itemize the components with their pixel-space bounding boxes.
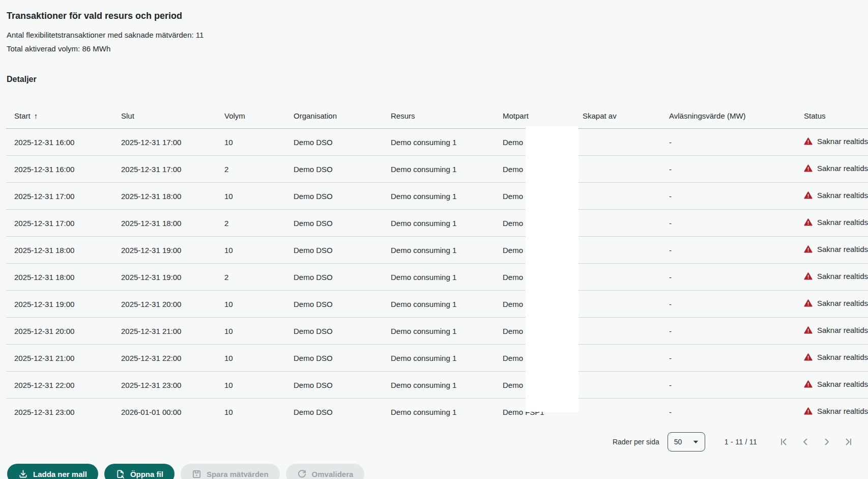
cell-slut: 2025-12-31 22:00 [113, 345, 216, 372]
cell-skapat-av [574, 156, 661, 183]
refresh-icon [297, 469, 307, 479]
cell-organisation: Demo DSO [285, 345, 383, 372]
column-header-label: Skapat av [583, 111, 617, 120]
cell-status: Saknar realtidsvärde [796, 372, 868, 399]
cell-start: 2025-12-31 18:00 [6, 237, 113, 264]
cell-slut: 2025-12-31 17:00 [113, 129, 216, 156]
pagination-bar: Rader per sida 50 1 - 11 / 11 [0, 432, 868, 452]
cell-volym: 10 [216, 291, 285, 318]
column-header-status[interactable]: Status [796, 84, 868, 129]
column-header-volym[interactable]: Volym [216, 84, 285, 129]
status-text: Saknar realtidsvärde [817, 380, 868, 388]
previous-page-button[interactable] [801, 437, 810, 446]
save-values-button[interactable]: Spara mätvärden [181, 464, 280, 479]
cell-organisation: Demo DSO [285, 183, 383, 210]
column-header-organisation[interactable]: Organisation [285, 84, 383, 129]
table-row: 2025-12-31 18:00 2025-12-31 19:00 2 Demo… [6, 264, 868, 291]
cell-avlasningsvarde: - [661, 318, 796, 345]
column-header-label: Slut [121, 111, 134, 120]
revalidate-label: Omvalidera [312, 470, 354, 478]
status-text: Saknar realtidsvärde [817, 164, 868, 173]
cell-resurs: Demo consuming 1 [383, 210, 495, 237]
cell-volym: 10 [216, 399, 285, 426]
column-header-label: Status [804, 111, 826, 120]
cell-organisation: Demo DSO [285, 291, 383, 318]
column-header-label: Resurs [391, 111, 415, 120]
previous-page-icon [801, 437, 810, 446]
chevron-down-icon [693, 440, 699, 444]
column-header-avlasningsvarde[interactable]: Avläsningsvärde (MW) [661, 84, 796, 129]
cell-volym: 10 [216, 183, 285, 210]
page-range-label: 1 - 11 / 11 [725, 438, 757, 446]
table-row: 2025-12-31 17:00 2025-12-31 18:00 2 Demo… [6, 210, 868, 237]
cell-avlasningsvarde: - [661, 399, 796, 426]
cell-avlasningsvarde: - [661, 156, 796, 183]
table-row: 2025-12-31 22:00 2025-12-31 23:00 10 Dem… [6, 372, 868, 399]
cell-organisation: Demo DSO [285, 129, 383, 156]
cell-slut: 2025-12-31 23:00 [113, 372, 216, 399]
transactions-table: Start↑ Slut Volym Organisation Resurs Mo… [6, 84, 868, 425]
table-row: 2025-12-31 17:00 2025-12-31 18:00 10 Dem… [6, 183, 868, 210]
cell-skapat-av [574, 291, 661, 318]
cell-organisation: Demo DSO [285, 264, 383, 291]
cell-avlasningsvarde: - [661, 291, 796, 318]
cell-status: Saknar realtidsvärde [796, 291, 868, 318]
cell-status: Saknar realtidsvärde [796, 237, 868, 264]
revalidate-button[interactable]: Omvalidera [286, 464, 365, 479]
download-template-button[interactable]: Ladda ner mall [7, 464, 98, 479]
cell-organisation: Demo DSO [285, 399, 383, 426]
column-header-resurs[interactable]: Resurs [383, 84, 495, 129]
cell-organisation: Demo DSO [285, 372, 383, 399]
status-text: Saknar realtidsvärde [817, 218, 868, 227]
column-header-label: Organisation [294, 111, 337, 120]
first-page-button[interactable] [779, 437, 789, 446]
cell-volym: 10 [216, 237, 285, 264]
cell-status: Saknar realtidsvärde [796, 318, 868, 345]
table-row: 2025-12-31 16:00 2025-12-31 17:00 2 Demo… [6, 156, 868, 183]
cell-resurs: Demo consuming 1 [383, 264, 495, 291]
cell-start: 2025-12-31 22:00 [6, 372, 113, 399]
cell-slut: 2025-12-31 17:00 [113, 156, 216, 183]
column-header-slut[interactable]: Slut [113, 84, 216, 129]
cell-volym: 10 [216, 372, 285, 399]
column-header-motpart[interactable]: Motpart [495, 84, 574, 129]
cell-skapat-av [574, 237, 661, 264]
first-page-icon [779, 437, 789, 446]
cell-avlasningsvarde: - [661, 264, 796, 291]
cell-organisation: Demo DSO [285, 318, 383, 345]
column-header-start[interactable]: Start↑ [6, 84, 113, 129]
cell-avlasningsvarde: - [661, 210, 796, 237]
warning-icon [804, 218, 813, 227]
warning-icon [804, 191, 813, 200]
cell-organisation: Demo DSO [285, 210, 383, 237]
cell-slut: 2025-12-31 18:00 [113, 210, 216, 237]
open-file-button[interactable]: Öppna fil [104, 464, 175, 479]
cell-status: Saknar realtidsvärde [796, 264, 868, 291]
cell-organisation: Demo DSO [285, 156, 383, 183]
cell-avlasningsvarde: - [661, 183, 796, 210]
warning-icon [804, 137, 813, 146]
cell-resurs: Demo consuming 1 [383, 399, 495, 426]
status-text: Saknar realtidsvärde [817, 272, 868, 280]
cell-slut: 2025-12-31 18:00 [113, 183, 216, 210]
cell-avlasningsvarde: - [661, 129, 796, 156]
column-header-skapat_av[interactable]: Skapat av [574, 84, 661, 129]
cell-start: 2025-12-31 18:00 [6, 264, 113, 291]
cell-start: 2025-12-31 17:00 [6, 210, 113, 237]
open-file-icon [115, 469, 125, 479]
cell-skapat-av [574, 345, 661, 372]
save-values-label: Spara mätvärden [207, 470, 269, 478]
status-text: Saknar realtidsvärde [817, 191, 868, 200]
last-page-button[interactable] [844, 437, 853, 446]
cell-volym: 2 [216, 156, 285, 183]
cell-start: 2025-12-31 20:00 [6, 318, 113, 345]
warning-icon [804, 299, 813, 307]
status-text: Saknar realtidsvärde [817, 353, 868, 361]
next-page-button[interactable] [822, 437, 831, 446]
rows-per-page-select[interactable]: 50 [668, 432, 705, 452]
summary-missing-count: Antal flexibilitetstransaktioner med sak… [7, 30, 868, 40]
column-header-label: Start [14, 111, 31, 120]
cell-skapat-av [574, 372, 661, 399]
table-row: 2025-12-31 20:00 2025-12-31 21:00 10 Dem… [6, 318, 868, 345]
cell-skapat-av [574, 318, 661, 345]
